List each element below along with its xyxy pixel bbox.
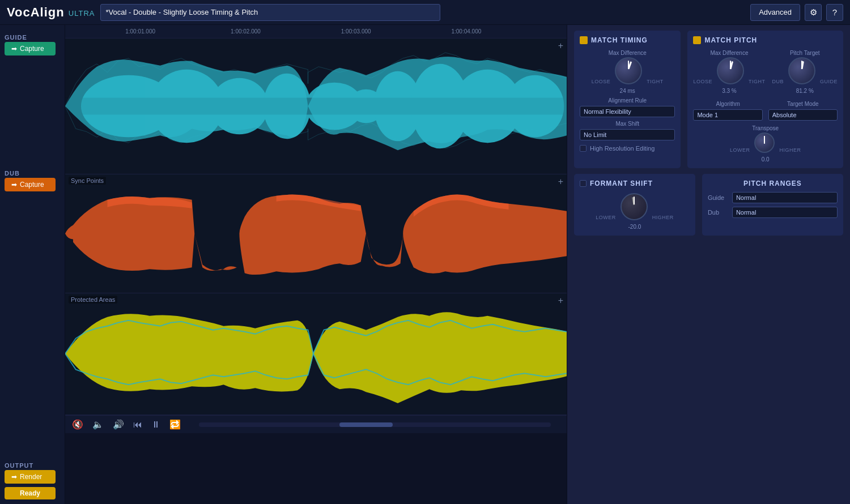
match-pitch-title: MATCH PITCH — [704, 36, 757, 44]
tight-label-timing: TIGHT — [647, 79, 664, 84]
dub-track: Sync Points + — [65, 174, 567, 293]
guide-label-pitch: GUIDE — [820, 79, 838, 84]
match-pitch-checkbox[interactable] — [693, 36, 701, 44]
mute-button[interactable]: 🔇 — [70, 418, 86, 431]
higher-label-formant: HIGHER — [652, 215, 674, 220]
rewind-button[interactable]: ⏮ — [131, 418, 144, 431]
max-shift-label: Max Shift — [580, 121, 675, 127]
output-section: OUTPUT ➡ Render Ready — [5, 458, 60, 499]
ready-status: Ready — [5, 487, 56, 499]
pitch-max-diff-label: Max Difference — [710, 50, 748, 56]
dub-label-pitch: DUB — [772, 79, 784, 84]
timeline: 1:00:01.000 1:00:02.000 1:00:03.000 1:00… — [65, 25, 567, 39]
advanced-button[interactable]: Advanced — [750, 4, 800, 21]
pitch-max-diff-knob[interactable] — [717, 57, 744, 84]
timing-value: 24 ms — [620, 88, 635, 94]
timeline-marker-1: 1:00:01.000 — [125, 28, 155, 35]
transpose-label: Transpose — [752, 125, 779, 131]
main-layout: GUIDE ➡ Capture DUB ➡ Capture OUTPUT ➡ R… — [0, 25, 850, 504]
panel-bottom-row: FORMANT SHIFT LOWER HIGHER -20.0 PITCH R… — [574, 174, 843, 236]
match-timing-title: MATCH TIMING — [591, 36, 648, 44]
high-res-checkbox[interactable] — [580, 145, 586, 152]
panel-top-row: MATCH TIMING Max Difference LOOSE TIGHT … — [574, 31, 843, 168]
max-shift-select[interactable]: No Limit — [580, 129, 675, 140]
guide-range-select[interactable]: Normal — [732, 192, 838, 203]
timeline-marker-4: 1:00:04.000 — [451, 28, 481, 35]
alignment-rule-select[interactable]: Normal Flexibility — [580, 106, 675, 117]
guide-capture-button[interactable]: ➡ Capture — [5, 42, 56, 55]
tight-label-pitch: TIGHT — [749, 79, 766, 84]
header: VocAlign ULTRA *Vocal - Double - Slightl… — [0, 0, 850, 25]
volume-low-button[interactable]: 🔈 — [90, 418, 106, 431]
capture-icon: ➡ — [11, 45, 17, 53]
match-pitch-header: MATCH PITCH — [693, 36, 838, 44]
output-track: Protected Areas + — [65, 293, 567, 415]
lower-label-transpose: LOWER — [730, 147, 750, 153]
transpose-knob[interactable] — [754, 133, 775, 153]
pitch-target-label: Pitch Target — [790, 50, 820, 56]
dub-range-select[interactable]: Normal — [732, 207, 838, 218]
timing-max-diff-knob[interactable] — [615, 57, 642, 84]
timing-knob-row: LOOSE TIGHT — [592, 57, 664, 84]
scroll-track[interactable] — [199, 422, 551, 427]
match-timing-knob-container: Max Difference LOOSE TIGHT 24 ms — [580, 50, 675, 94]
target-mode-row: Target Mode Absolute — [768, 101, 838, 121]
dub-range-row: Dub Normal — [708, 207, 838, 218]
pitch-ranges-section: PITCH RANGES Guide Normal Dub Normal — [702, 174, 843, 236]
guide-waveform — [65, 39, 567, 174]
header-controls: Advanced ⚙ ? — [750, 4, 843, 21]
output-expand-icon[interactable]: + — [558, 296, 563, 306]
sync-points-label: Sync Points — [69, 177, 106, 185]
app-logo: VocAlign ULTRA — [7, 5, 95, 20]
loose-label-timing: LOOSE — [592, 79, 611, 84]
pitch-max-diff-container: Max Difference LOOSE TIGHT 3.3 % — [693, 50, 765, 94]
target-mode-select[interactable]: Absolute — [768, 109, 838, 121]
render-icon: ➡ — [11, 473, 17, 481]
dub-capture-button[interactable]: ➡ Capture — [5, 178, 56, 191]
alignment-rule-label: Alignment Rule — [580, 97, 675, 104]
guide-range-row: Guide Normal — [708, 192, 838, 203]
formant-knob-row: LOWER HIGHER — [596, 193, 674, 220]
algorithm-row: Algorithm Mode 1 — [693, 101, 762, 121]
transpose-knob-row: LOWER HIGHER — [730, 133, 801, 153]
pitch-target-container: Pitch Target DUB GUIDE 81.2 % — [772, 50, 838, 94]
formant-shift-title: FORMANT SHIFT — [590, 180, 653, 187]
pitch-target-knob-row: DUB GUIDE — [772, 57, 838, 84]
match-timing-checkbox[interactable] — [580, 36, 588, 44]
preset-select[interactable]: *Vocal - Double - Slightly Loose Timing … — [100, 4, 440, 21]
pitch-selects-row: Algorithm Mode 1 Target Mode Absolute — [693, 97, 838, 121]
right-panel: MATCH TIMING Max Difference LOOSE TIGHT … — [567, 25, 850, 504]
settings-button[interactable]: ⚙ — [805, 4, 822, 21]
high-res-label: High Resolution Editing — [590, 145, 654, 152]
app-logo-ultra: ULTRA — [69, 8, 95, 17]
dub-range-label: Dub — [708, 209, 728, 216]
timeline-marker-2: 1:00:02.000 — [231, 28, 261, 35]
algorithm-label: Algorithm — [693, 101, 762, 107]
pitch-ranges-title: PITCH RANGES — [708, 180, 838, 187]
render-button[interactable]: ➡ Render — [5, 470, 56, 484]
alignment-rule-row: Alignment Rule Normal Flexibility — [580, 97, 675, 117]
help-button[interactable]: ? — [826, 4, 843, 21]
loop-button[interactable]: 🔁 — [167, 418, 183, 431]
algorithm-select[interactable]: Mode 1 — [693, 109, 762, 121]
output-waveform — [65, 293, 567, 415]
volume-high-button[interactable]: 🔊 — [110, 418, 126, 431]
high-res-row: High Resolution Editing — [580, 145, 675, 152]
scroll-thumb[interactable] — [339, 422, 392, 427]
formant-knob[interactable] — [620, 193, 648, 220]
dub-section: DUB ➡ Capture — [5, 165, 60, 284]
output-label: OUTPUT — [5, 462, 60, 469]
guide-range-label: Guide — [708, 194, 728, 201]
max-difference-label: Max Difference — [609, 50, 647, 56]
guide-label: GUIDE — [5, 34, 60, 41]
pause-button[interactable]: ⏸ — [149, 418, 163, 431]
sidebar: GUIDE ➡ Capture DUB ➡ Capture OUTPUT ➡ R… — [0, 25, 65, 504]
formant-knob-container: LOWER HIGHER -20.0 — [580, 193, 690, 230]
transpose-container: Transpose LOWER HIGHER 0.0 — [693, 125, 838, 163]
guide-expand-icon[interactable]: + — [558, 41, 563, 51]
dub-expand-icon[interactable]: + — [558, 177, 563, 187]
lower-label-formant: LOWER — [596, 215, 616, 220]
dub-waveform — [65, 174, 567, 293]
pitch-target-knob[interactable] — [788, 57, 815, 84]
formant-shift-checkbox[interactable] — [580, 180, 586, 187]
